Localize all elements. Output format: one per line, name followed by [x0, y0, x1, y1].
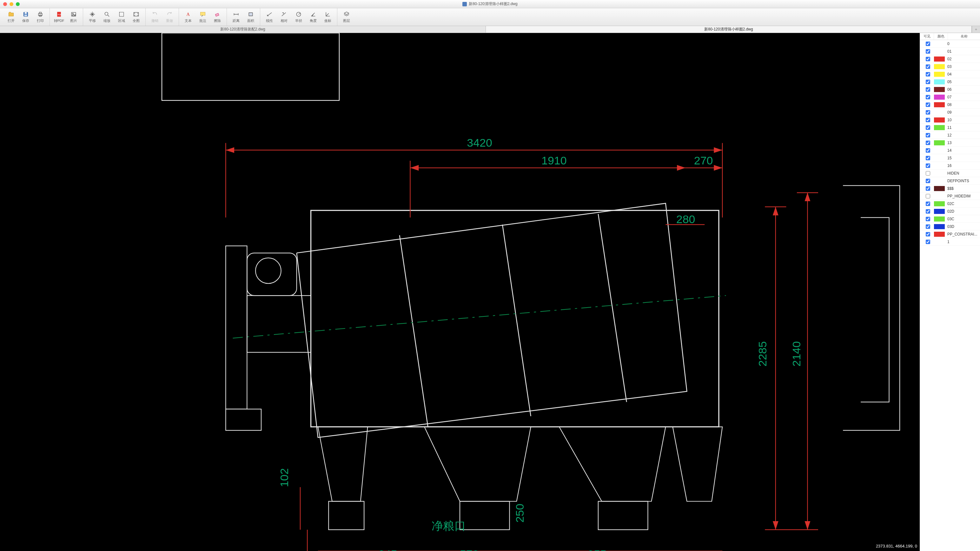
layer-row[interactable]: 08 [920, 101, 980, 108]
layer-visible-checkbox[interactable] [926, 164, 930, 168]
layer-row[interactable]: 12 [920, 131, 980, 139]
layer-visible-checkbox[interactable] [926, 156, 930, 160]
layer-row[interactable]: 07 [920, 93, 980, 101]
layer-visible-checkbox[interactable] [926, 179, 930, 183]
layer-visible-checkbox[interactable] [926, 41, 930, 46]
layer-visible-checkbox[interactable] [926, 87, 930, 92]
layer-visible-checkbox[interactable] [926, 209, 930, 213]
layer-row[interactable]: 05 [920, 78, 980, 86]
layer-row[interactable]: 15 [920, 154, 980, 162]
redo-button[interactable]: 重做 [162, 8, 177, 26]
layer-row[interactable]: 02D [920, 208, 980, 215]
layer-name: DEFPOINTS [947, 179, 979, 183]
layer-name: 02D [947, 209, 979, 213]
layer-visible-checkbox[interactable] [926, 141, 930, 145]
minimize-window-button[interactable] [10, 2, 13, 6]
layer-visible-checkbox[interactable] [926, 118, 930, 122]
layer-row[interactable]: 14 [920, 147, 980, 154]
area-button[interactable]: 面积 [243, 8, 258, 26]
layer-row[interactable]: HIDEN [920, 169, 980, 177]
svg-marker-53 [410, 165, 419, 171]
tab-1[interactable]: 新80-120清理筛装配2.dwg [0, 26, 486, 33]
layer-row[interactable]: 13 [920, 139, 980, 147]
layer-row[interactable]: 06 [920, 86, 980, 93]
linear-measure-button[interactable]: 线性 [262, 8, 277, 26]
layer-row[interactable]: 02 [920, 55, 980, 63]
area-icon [247, 11, 254, 18]
open-button[interactable]: 打开 [4, 8, 18, 26]
layer-visible-checkbox[interactable] [926, 148, 930, 153]
layer-row[interactable]: PP_CONSTRAI... [920, 231, 980, 238]
layer-visible-checkbox[interactable] [926, 186, 930, 191]
annotate-button[interactable]: 批注 [196, 8, 210, 26]
layer-color-swatch [934, 49, 945, 54]
layer-visible-checkbox[interactable] [926, 194, 930, 198]
tab-2[interactable]: 新80-120清理筛小样图2.dwg [486, 26, 972, 33]
layer-visible-checkbox[interactable] [926, 232, 930, 236]
layer-visible-checkbox[interactable] [926, 202, 930, 206]
layer-color-swatch [934, 163, 945, 168]
relative-icon [280, 11, 288, 18]
layer-name: PP_HIDEDIM [947, 194, 979, 198]
layer-row[interactable]: PP_HIDEDIM [920, 192, 980, 200]
zoom-fit-button[interactable]: 全图 [129, 8, 143, 26]
layer-visible-checkbox[interactable] [926, 133, 930, 137]
close-window-button[interactable] [3, 2, 7, 6]
layer-visible-checkbox[interactable] [926, 217, 930, 221]
radius-measure-button[interactable]: 半径 [291, 8, 306, 26]
layer-row[interactable]: 04 [920, 70, 980, 78]
layer-row[interactable]: 10 [920, 116, 980, 124]
text-button[interactable]: A文本 [181, 8, 196, 26]
layer-visible-checkbox[interactable] [926, 80, 930, 84]
zoom-button[interactable]: 缩放 [100, 8, 114, 26]
layer-row[interactable]: 03D [920, 223, 980, 231]
layer-row[interactable]: 11 [920, 124, 980, 131]
layers-button[interactable]: 图层 [339, 8, 354, 26]
toolbar-label: 区域 [118, 18, 125, 23]
coord-button[interactable]: 坐标 [321, 8, 335, 26]
toolbar-label: 全图 [133, 18, 140, 23]
svg-marker-56 [773, 207, 778, 215]
layer-name: 07 [947, 95, 979, 99]
undo-button[interactable]: 撤销 [148, 8, 162, 26]
layer-row[interactable]: 09 [920, 108, 980, 116]
print-button[interactable]: 打印 [33, 8, 48, 26]
layer-row[interactable]: 02C [920, 200, 980, 208]
layer-visible-checkbox[interactable] [926, 95, 930, 99]
to-image-button[interactable]: 图片 [66, 8, 81, 26]
layer-visible-checkbox[interactable] [926, 57, 930, 61]
layer-visible-checkbox[interactable] [926, 225, 930, 229]
layer-row[interactable]: DEFPOINTS [920, 177, 980, 185]
pan-button[interactable]: 平移 [85, 8, 100, 26]
layer-visible-checkbox[interactable] [926, 125, 930, 130]
layer-visible-checkbox[interactable] [926, 240, 930, 244]
relative-measure-button[interactable]: 相对 [277, 8, 291, 26]
layer-visible-checkbox[interactable] [926, 102, 930, 107]
maximize-window-button[interactable] [16, 2, 20, 6]
layer-row[interactable]: 03C [920, 215, 980, 223]
zoom-region-button[interactable]: 区域 [114, 8, 129, 26]
layer-visible-checkbox[interactable] [926, 64, 930, 69]
layer-row[interactable]: $$$ [920, 185, 980, 192]
drawing-canvas[interactable]: 3420 1910 270 280 2285 2140 345 578 955 … [0, 33, 920, 551]
layer-visible-checkbox[interactable] [926, 72, 930, 76]
fit-icon [133, 11, 140, 18]
layer-row[interactable]: 16 [920, 162, 980, 169]
layer-row[interactable]: 01 [920, 48, 980, 55]
to-pdf-button[interactable]: PDF转PDF [52, 8, 66, 26]
pan-icon [89, 11, 96, 18]
layer-visible-checkbox[interactable] [926, 49, 930, 54]
layer-row[interactable]: 0 [920, 40, 980, 48]
svg-point-27 [256, 258, 281, 283]
layer-visible-checkbox[interactable] [926, 171, 930, 175]
save-button[interactable]: 保存 [18, 8, 33, 26]
add-tab-button[interactable]: + [972, 26, 980, 33]
distance-button[interactable]: 距离 [229, 8, 243, 26]
layer-row[interactable]: 1 [920, 238, 980, 246]
layer-row[interactable]: 03 [920, 63, 980, 70]
layers-body[interactable]: 001020304050607080910111213141516HIDENDE… [920, 40, 980, 551]
angle-measure-button[interactable]: 角度 [306, 8, 321, 26]
layer-visible-checkbox[interactable] [926, 110, 930, 115]
erase-button[interactable]: 擦除 [210, 8, 225, 26]
layer-name: 12 [947, 133, 979, 137]
